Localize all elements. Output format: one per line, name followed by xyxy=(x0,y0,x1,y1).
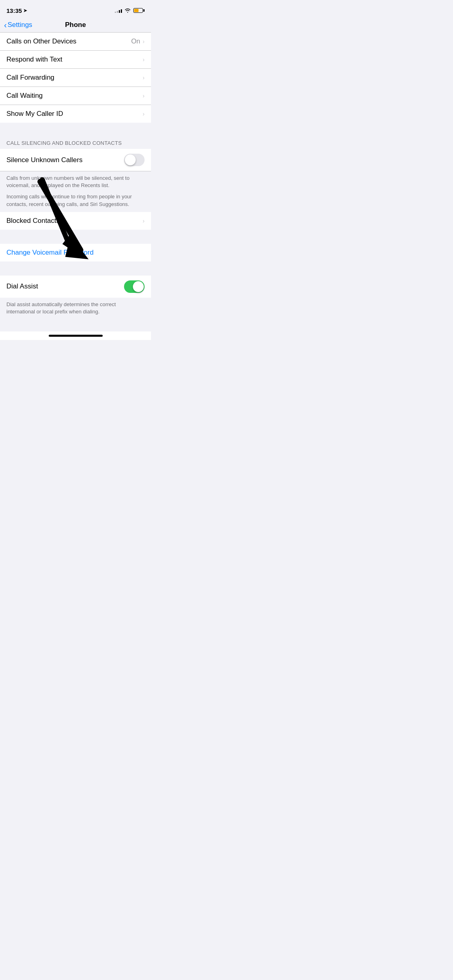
show-caller-id-row[interactable]: Show My Caller ID › xyxy=(0,105,151,123)
group3: Change Voicemail Password xyxy=(0,244,151,261)
chevron-icon: › xyxy=(143,74,145,81)
home-indicator xyxy=(0,331,151,340)
respond-with-text-row[interactable]: Respond with Text › xyxy=(0,51,151,69)
back-chevron-icon: ‹ xyxy=(4,21,7,29)
blocked-contacts-row[interactable]: Blocked Contacts › xyxy=(0,212,151,230)
signal-bar-2 xyxy=(117,11,118,13)
chevron-icon: › xyxy=(143,38,145,45)
respond-with-text-right: › xyxy=(143,56,145,63)
status-right xyxy=(115,8,145,13)
show-caller-id-right: › xyxy=(143,111,145,117)
group4: Dial Assist xyxy=(0,276,151,298)
blocked-contacts-label: Blocked Contacts xyxy=(6,217,60,225)
respond-with-text-label: Respond with Text xyxy=(6,56,62,64)
toggle-knob xyxy=(125,154,136,165)
blocked-contacts-right: › xyxy=(143,218,145,224)
bottom-gap xyxy=(0,319,151,331)
location-icon: ➤ xyxy=(23,8,27,13)
wifi-icon xyxy=(124,8,131,13)
section-header-text: CALL SILENCING AND BLOCKED CONTACTS xyxy=(6,140,122,146)
back-label: Settings xyxy=(8,21,32,29)
change-voicemail-password-row[interactable]: Change Voicemail Password xyxy=(0,244,151,261)
call-waiting-right: › xyxy=(143,93,145,99)
back-button[interactable]: ‹ Settings xyxy=(4,21,32,29)
silence-description-text-1: Calls from unknown numbers will be silen… xyxy=(6,175,145,189)
nav-bar: ‹ Settings Phone xyxy=(0,18,151,33)
signal-bar-4 xyxy=(121,9,122,13)
group1: Calls on Other Devices On › Respond with… xyxy=(0,33,151,123)
signal-bars xyxy=(115,8,122,13)
page-title: Phone xyxy=(65,21,86,29)
blocked-contacts-group: Blocked Contacts › xyxy=(0,212,151,230)
calls-on-other-devices-label: Calls on Other Devices xyxy=(6,37,77,45)
silence-description-1: Calls from unknown numbers will be silen… xyxy=(0,171,151,193)
calls-on-other-devices-value: On xyxy=(131,37,141,45)
status-bar: 13:35 ➤ xyxy=(0,0,151,18)
page-wrapper: 13:35 ➤ xyxy=(0,0,151,340)
chevron-icon: › xyxy=(143,93,145,99)
section-gap-3 xyxy=(0,261,151,276)
call-forwarding-row[interactable]: Call Forwarding › xyxy=(0,69,151,87)
toggle-knob xyxy=(133,281,144,292)
change-voicemail-password-label: Change Voicemail Password xyxy=(6,249,93,257)
dial-assist-label: Dial Assist xyxy=(6,282,38,290)
section-gap-2 xyxy=(0,230,151,244)
call-silencing-section-header: CALL SILENCING AND BLOCKED CONTACTS xyxy=(0,137,151,149)
dial-assist-row: Dial Assist xyxy=(0,276,151,298)
dial-assist-description: Dial assist automatically determines the… xyxy=(0,298,151,319)
call-forwarding-right: › xyxy=(143,74,145,81)
calls-on-other-devices-right: On › xyxy=(131,37,145,45)
silence-unknown-callers-label: Silence Unknown Callers xyxy=(6,156,83,164)
status-time: 13:35 ➤ xyxy=(6,7,27,14)
chevron-icon: › xyxy=(143,111,145,117)
chevron-icon: › xyxy=(143,56,145,63)
call-forwarding-label: Call Forwarding xyxy=(6,74,54,82)
silence-description-2: Incoming calls will continue to ring fro… xyxy=(0,193,151,212)
chevron-icon: › xyxy=(143,218,145,224)
show-caller-id-label: Show My Caller ID xyxy=(6,110,63,118)
battery-icon xyxy=(133,8,145,13)
group2: Silence Unknown Callers xyxy=(0,149,151,171)
call-waiting-row[interactable]: Call Waiting › xyxy=(0,87,151,105)
silence-description-text-2: Incoming calls will continue to ring fro… xyxy=(6,193,145,208)
dial-assist-description-text: Dial assist automatically determines the… xyxy=(6,301,145,315)
call-waiting-label: Call Waiting xyxy=(6,92,43,100)
time-label: 13:35 xyxy=(6,7,22,14)
silence-unknown-callers-row: Silence Unknown Callers xyxy=(0,149,151,171)
section-gap-1 xyxy=(0,123,151,137)
home-bar xyxy=(49,335,103,337)
signal-bar-3 xyxy=(119,10,120,13)
signal-bar-1 xyxy=(115,12,116,13)
calls-on-other-devices-row[interactable]: Calls on Other Devices On › xyxy=(0,33,151,51)
dial-assist-toggle[interactable] xyxy=(124,280,145,293)
silence-unknown-callers-toggle[interactable] xyxy=(124,154,145,166)
